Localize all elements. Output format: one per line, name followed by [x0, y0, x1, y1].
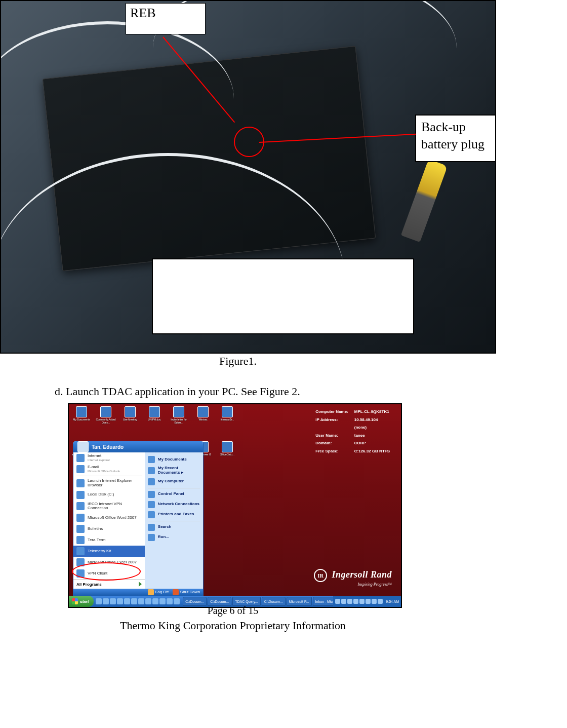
quicklaunch-icon[interactable]	[159, 598, 166, 604]
tray-icon[interactable]	[378, 599, 383, 604]
start-menu-item[interactable]: Local Disk (C:)	[73, 489, 145, 501]
value-ip: 10.58.49.104	[354, 416, 395, 424]
start-menu-header: Tan, Eduardo	[73, 441, 203, 452]
start-menu-username: Tan, Eduardo	[92, 444, 124, 450]
quicklaunch-icon[interactable]	[138, 598, 144, 604]
start-menu-item-label: Tera Term	[88, 538, 105, 543]
desktop-icon[interactable]: My Documents	[71, 406, 92, 429]
start-menu-places-label: Control Panel	[158, 492, 184, 496]
start-menu-item[interactable]: VPN Client	[73, 568, 145, 579]
user-avatar-icon	[77, 441, 89, 452]
desktop-icon[interactable]: Commonly Asked Ques...	[95, 406, 116, 429]
taskbar-clock: 9:04 AM	[386, 600, 399, 603]
logoff-button[interactable]: Log Off	[148, 589, 169, 595]
quicklaunch-icon[interactable]	[131, 598, 137, 604]
tray-icon[interactable]	[353, 599, 358, 604]
label-username: User Name:	[315, 432, 353, 439]
label-ip: IP Address:	[315, 416, 353, 424]
app-icon	[76, 454, 85, 462]
place-icon	[148, 534, 155, 541]
label-computer-name: Computer Name:	[315, 408, 353, 415]
start-menu-item[interactable]: Microsoft Office Word 2007	[73, 512, 145, 523]
place-icon	[148, 501, 155, 508]
start-menu-places-item[interactable]: Search	[145, 522, 203, 532]
start-menu-item[interactable]: IRCO Intranet VPN Connection	[73, 501, 145, 513]
quicklaunch-icon[interactable]	[117, 598, 123, 604]
start-menu-places-label: Search	[158, 525, 172, 529]
desktop-icon-label: ItineraryBr...	[221, 418, 234, 422]
quicklaunch-icon[interactable]	[110, 598, 116, 604]
desktop-icon-label: Invite letter for Eduar...	[168, 418, 189, 424]
start-menu-places-item[interactable]: My Recent Documents ▸	[145, 465, 203, 477]
desktop-icon[interactable]: Wintrac	[192, 406, 214, 429]
shutdown-button[interactable]: Shut Down	[173, 589, 200, 595]
ir-tagline: Inspiring Progress™	[314, 582, 392, 587]
quicklaunch-icon[interactable]	[152, 598, 158, 604]
quicklaunch-icon[interactable]	[124, 598, 130, 604]
desktop-icon[interactable]: Invite letter for Eduar...	[168, 406, 189, 429]
tray-icon[interactable]	[335, 599, 340, 604]
tray-icon[interactable]	[366, 599, 371, 604]
start-menu-item[interactable]: E-mailMicrosoft Office Outlook	[73, 464, 145, 475]
step-d-text: d. Launch TDAC application in your PC. S…	[55, 385, 300, 398]
value-username: tanee	[354, 432, 395, 439]
quicklaunch-icon[interactable]	[174, 598, 180, 604]
start-menu-item-label: Microsoft Office Word 2007	[88, 516, 137, 520]
start-menu-item-label: Telemetry Kit	[88, 549, 111, 554]
desktop-icon-label: My Documents	[73, 418, 90, 422]
label-domain: Domain:	[315, 440, 353, 447]
app-icon	[76, 536, 85, 544]
photo-background: REB Back-up battery plug	[1, 1, 495, 353]
tray-icon[interactable]	[372, 599, 377, 604]
place-icon	[148, 491, 155, 498]
start-menu-places-item[interactable]: My Computer	[145, 477, 203, 487]
value-domain: CORP	[354, 440, 395, 447]
start-menu-places-item[interactable]: Network Connections	[145, 500, 203, 510]
figure1-photo: REB Back-up battery plug	[0, 0, 496, 354]
tray-icon[interactable]	[359, 599, 364, 604]
desktop-icon[interactable]: UNIFM.doc	[144, 406, 165, 429]
desktop-icon-label: Wintrac	[199, 418, 208, 422]
file-icon	[149, 406, 160, 417]
value-computer-name: MPL-CL-9QK8TK1	[354, 408, 395, 415]
start-menu-item-label: Local Disk (C:)	[88, 492, 114, 497]
start-menu-item[interactable]: Telemetry Kit	[73, 546, 145, 557]
quicklaunch-icon[interactable]	[167, 598, 173, 604]
desktop-icon[interactable]: ShipeGetu...	[217, 441, 238, 464]
start-menu: Tan, Eduardo InternetInternet ExplorerE-…	[73, 441, 204, 596]
ingersoll-rand-logo: IR Ingersoll Rand Inspiring Progress™	[314, 569, 392, 587]
start-menu-item-label: Launch Internet Explorer Browser	[88, 479, 142, 488]
start-menu-item[interactable]: Bulletins	[73, 523, 145, 534]
start-menu-left-panel: InternetInternet ExplorerE-mailMicrosoft…	[73, 452, 145, 589]
start-menu-item[interactable]: Microsoft Office Excel 2007	[73, 557, 145, 568]
quicklaunch-icon[interactable]	[103, 598, 109, 604]
desktop-icon[interactable]: Use Meeting	[119, 406, 141, 429]
desktop-icon-label: ShipeGetu...	[220, 453, 234, 456]
quick-launch	[94, 598, 182, 604]
start-menu-item-label: Microsoft Office Excel 2007	[88, 560, 137, 565]
tray-icon[interactable]	[341, 599, 346, 604]
start-menu-places-item[interactable]: My Documents	[145, 454, 203, 465]
ir-circle-icon: IR	[314, 569, 327, 582]
tray-icon[interactable]	[347, 599, 352, 604]
start-menu-places-item[interactable]: Printers and Faxes	[145, 510, 203, 520]
start-menu-item[interactable]: Launch Internet Explorer Browser	[73, 477, 145, 489]
all-programs-label: All Programs	[76, 582, 102, 587]
desktop-icon[interactable]: ItineraryBr...	[217, 406, 238, 429]
start-menu-places-item[interactable]: Run...	[145, 532, 203, 543]
start-menu-item-label: IRCO Intranet VPN Connection	[88, 502, 142, 511]
all-programs-button[interactable]: All Programs	[73, 579, 145, 589]
ir-brand-text: Ingersoll Rand	[332, 569, 392, 580]
value-freespace: C:126.32 GB NTFS	[354, 448, 395, 455]
start-menu-item-label: InternetInternet Explorer	[88, 454, 110, 462]
app-icon	[76, 465, 85, 473]
start-menu-places-item[interactable]: Control Panel	[145, 489, 203, 500]
label-freespace: Free Space:	[315, 448, 353, 455]
start-menu-item[interactable]: Tera Term	[73, 534, 145, 546]
quicklaunch-icon[interactable]	[96, 598, 102, 604]
start-menu-item[interactable]: InternetInternet Explorer	[73, 452, 145, 464]
file-icon	[197, 406, 209, 417]
quicklaunch-icon[interactable]	[145, 598, 151, 604]
place-icon	[148, 456, 155, 463]
place-icon	[148, 467, 155, 474]
